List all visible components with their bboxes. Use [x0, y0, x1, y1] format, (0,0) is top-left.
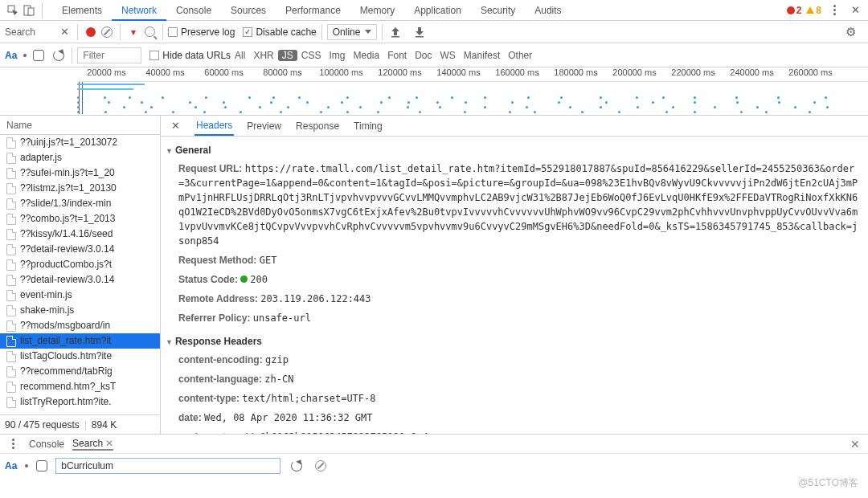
filter-css[interactable]: CSS: [297, 50, 326, 61]
timeline-tick: 40000 ms: [136, 67, 194, 81]
request-row[interactable]: shake-min.js: [0, 303, 160, 318]
waterfall-mark: [77, 96, 80, 99]
inspect-icon[interactable]: [5, 2, 21, 18]
search-refresh-icon[interactable]: [289, 458, 305, 474]
filter-xhr[interactable]: XHR: [249, 50, 277, 61]
match-case-icon[interactable]: Aa: [5, 50, 17, 61]
request-row[interactable]: ??kissy/k/1.4.16/seed: [0, 227, 160, 242]
tab-application[interactable]: Application: [404, 0, 471, 21]
filter-doc[interactable]: Doc: [411, 50, 436, 61]
request-row[interactable]: ??sufei-min.js?t=1_20: [0, 165, 160, 181]
request-row[interactable]: ??combo.js?t=1_2013: [0, 211, 160, 227]
detail-tab-headers[interactable]: Headers: [194, 116, 234, 136]
record-icon[interactable]: [83, 24, 99, 40]
waterfall-mark: [694, 111, 696, 113]
request-row[interactable]: ??listmz.js?t=1_20130: [0, 181, 160, 196]
clear-icon[interactable]: [99, 24, 115, 40]
request-row[interactable]: listTryReport.htm?ite.: [0, 394, 160, 410]
request-row[interactable]: ??detail-review/3.0.14: [0, 242, 160, 257]
refresh-search-icon[interactable]: [51, 47, 67, 63]
request-name: ??kissy/k/1.4.16/seed: [20, 227, 113, 242]
close-detail-icon[interactable]: ✕: [167, 118, 183, 134]
tab-elements[interactable]: Elements: [52, 0, 112, 21]
drawer-tab-console[interactable]: Console: [29, 439, 64, 450]
close-devtools-icon[interactable]: ✕: [847, 2, 863, 18]
request-row[interactable]: ??mods/msgboard/in: [0, 318, 160, 333]
request-row[interactable]: ??uinj.js?t=1_2013072: [0, 135, 160, 150]
tab-network[interactable]: Network: [112, 0, 166, 21]
waterfall-mark: [123, 106, 125, 108]
detail-tab-preview[interactable]: Preview: [245, 117, 283, 135]
request-row[interactable]: event-min.js: [0, 288, 160, 303]
main-panel-tabs: Elements Network Console Sources Perform…: [52, 0, 571, 21]
regex-dot-icon[interactable]: [23, 54, 27, 57]
tab-security[interactable]: Security: [471, 0, 525, 21]
throttling-select[interactable]: Online: [327, 24, 378, 40]
device-toggle-icon[interactable]: [21, 2, 37, 18]
section-response-headers[interactable]: Response Headers: [166, 333, 858, 350]
filter-media[interactable]: Media: [349, 50, 383, 61]
request-row[interactable]: list_detail_rate.htm?it: [0, 333, 160, 349]
error-badge[interactable]: 2: [787, 5, 802, 16]
request-row[interactable]: ??slide/1.3/index-min: [0, 196, 160, 211]
request-row[interactable]: ??productCombo.js?t: [0, 257, 160, 272]
filter-font[interactable]: Font: [383, 50, 411, 61]
waterfall-mark: [484, 96, 486, 99]
tab-console[interactable]: Console: [166, 0, 221, 21]
eagleeye-traceid-value: 0b0163b815863457923785121e9e4a: [260, 431, 434, 434]
timeline-tick: 140000 ms: [429, 67, 488, 81]
filter-img[interactable]: Img: [325, 50, 349, 61]
request-name: ??recommend/tabRig: [20, 364, 113, 379]
search-regex-bracket-icon[interactable]: [36, 460, 47, 471]
drawer-menu-icon[interactable]: [5, 436, 21, 452]
request-list: ??uinj.js?t=1_2013072adapter.js??sufei-m…: [0, 135, 160, 414]
waterfall-mark: [465, 101, 467, 104]
column-name-header[interactable]: Name: [0, 116, 160, 135]
request-name: ??slide/1.3/index-min: [20, 196, 111, 211]
network-timeline[interactable]: 20000 ms40000 ms60000 ms80000 ms100000 m…: [0, 67, 868, 116]
request-row[interactable]: ??recommend/tabRig: [0, 364, 160, 379]
tab-memory[interactable]: Memory: [350, 0, 404, 21]
filter-ws[interactable]: WS: [436, 50, 460, 61]
search-network-icon[interactable]: [141, 24, 158, 40]
watermark: @51CTO博客: [798, 476, 858, 490]
kebab-menu-icon[interactable]: [826, 2, 842, 18]
request-row[interactable]: ??detail-review/3.0.14: [0, 272, 160, 288]
warning-badge[interactable]: 8: [806, 5, 821, 16]
filter-other[interactable]: Other: [504, 50, 536, 61]
drawer-search-input[interactable]: [55, 458, 280, 474]
close-drawer-icon[interactable]: ✕: [847, 436, 863, 452]
disable-cache-checkbox[interactable]: Disable cache: [243, 27, 316, 38]
waterfall-mark: [380, 101, 383, 104]
upload-har-icon[interactable]: [387, 24, 403, 40]
filter-input[interactable]: [77, 47, 141, 63]
network-settings-icon[interactable]: ⚙: [842, 24, 858, 40]
section-general[interactable]: General: [166, 141, 858, 159]
request-url-value: https://rate.tmall.com/list_detail_rate.…: [178, 163, 858, 247]
search-match-case-icon[interactable]: Aa: [5, 460, 17, 471]
filter-all[interactable]: All: [231, 50, 249, 61]
search-clear-icon[interactable]: [313, 458, 329, 474]
tab-sources[interactable]: Sources: [221, 0, 276, 21]
hide-data-urls-checkbox[interactable]: Hide data URLs: [149, 50, 231, 61]
waterfall-mark: [125, 88, 133, 90]
filter-toggle-icon[interactable]: ▾: [125, 24, 141, 40]
tab-audits[interactable]: Audits: [525, 0, 571, 21]
close-search-icon[interactable]: ✕: [56, 24, 72, 40]
preserve-log-checkbox[interactable]: Preserve log: [168, 27, 235, 38]
waterfall-mark: [77, 111, 80, 113]
search-regex-dot-icon[interactable]: [25, 464, 28, 467]
detail-tab-response[interactable]: Response: [294, 117, 341, 135]
detail-tab-timing[interactable]: Timing: [352, 117, 384, 135]
regex-bracket-icon[interactable]: [33, 50, 44, 61]
close-search-tab-icon[interactable]: ✕: [105, 438, 113, 449]
drawer-tab-search[interactable]: Search ✕: [72, 438, 113, 451]
request-row[interactable]: recommend.htm?_ksT: [0, 379, 160, 394]
request-row[interactable]: adapter.js: [0, 150, 160, 165]
tab-performance[interactable]: Performance: [276, 0, 350, 21]
filter-js[interactable]: JS: [278, 50, 297, 61]
download-har-icon[interactable]: [411, 24, 428, 40]
filter-manifest[interactable]: Manifest: [460, 50, 504, 61]
waterfall-mark: [259, 106, 261, 108]
request-row[interactable]: listTagClouds.htm?ite: [0, 349, 160, 364]
